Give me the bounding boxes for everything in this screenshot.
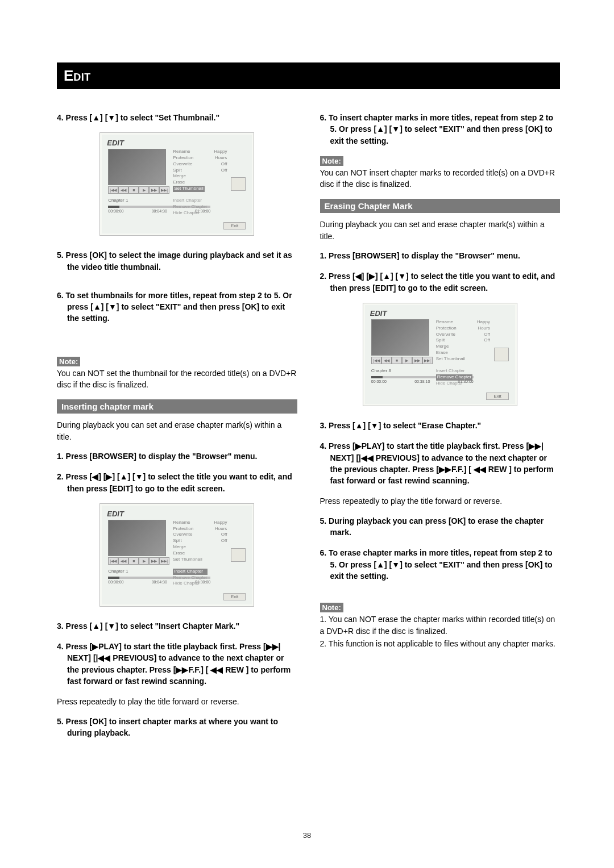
- menu-val-title: Happy Hours: [477, 319, 490, 332]
- note-text: You can NOT set the thumbnail for the re…: [57, 368, 297, 391]
- menu-insert-chapter: Insert Chapter: [173, 198, 207, 204]
- menu-overwrite: Overwrite: [436, 332, 465, 338]
- title-small: DIT: [73, 72, 91, 83]
- right-e4-after: Press repeatedly to play the title forwa…: [320, 495, 561, 507]
- left-step-5: 5. Press [OK] to select the image during…: [57, 249, 297, 273]
- stop-icon: ■: [128, 557, 139, 565]
- page-title-bar: EDIT: [57, 62, 560, 89]
- menu-val-protection: Off: [214, 161, 227, 168]
- menu-remove-chapter: Remove Chapter: [173, 575, 207, 581]
- transport-buttons: |◀◀ ◀◀ ■ ▶ ▶▶ ▶▶|: [108, 557, 169, 565]
- right-e3: 3. Press [▲] [▼] to select "Erase Chapte…: [320, 420, 561, 431]
- menu-values: Happy Hours Off Off: [214, 520, 227, 544]
- prev-icon: |◀◀: [108, 186, 118, 194]
- menu-set-thumbnail: Set Thumbnail: [436, 356, 465, 362]
- left-step-4: 4. Press [▲] [▼] to select "Set Thumbnai…: [57, 112, 297, 123]
- play-icon: ▶: [139, 186, 149, 194]
- menu-merge: Merge: [173, 173, 204, 180]
- right-e2: 2. Press [◀] [▶] [▲] [▼] to select the t…: [320, 270, 561, 294]
- prev-icon: |◀◀: [371, 357, 381, 364]
- right-e5: 5. During playback you can press [OK] to…: [320, 515, 561, 539]
- stop-icon: ■: [128, 186, 139, 194]
- note-text-a: 1. You can NOT erase the chapter marks w…: [320, 614, 561, 637]
- thumb-icon: [231, 548, 246, 562]
- time-cur: 00:04:30: [152, 209, 167, 213]
- play-icon: ▶: [402, 357, 412, 364]
- section-erasing-chapter: Erasing Chapter Mark: [320, 199, 561, 213]
- shot-bottom-menu: Insert Chapter Remove Chapter Hide Chapt…: [436, 368, 472, 386]
- menu-merge: Merge: [436, 344, 465, 350]
- menu-val-overwrite: Off: [214, 168, 227, 174]
- menu-protection: Protection: [173, 155, 204, 161]
- menu-split: Split: [173, 538, 202, 544]
- time-cur: 00:04:30: [152, 580, 167, 584]
- shot-menu: Rename Protection Overwrite Split Merge …: [173, 149, 204, 192]
- menu-erase: Erase: [173, 180, 204, 186]
- menu-set-thumbnail: Set Thumbnail: [173, 186, 204, 192]
- note-label: Note:: [57, 357, 80, 366]
- menu-protection: Protection: [436, 326, 465, 332]
- rew-icon: ◀◀: [118, 557, 128, 565]
- shot-menu: Rename Protection Overwrite Split Merge …: [436, 319, 465, 362]
- left-i1: 1. Press [BROWSER] to display the "Brows…: [57, 450, 297, 462]
- time-start: 00:00:00: [108, 580, 123, 584]
- next-icon: ▶▶|: [159, 557, 169, 565]
- edit-screenshot-insert-chapter: EDIT |◀◀ ◀◀ ■ ▶ ▶▶ ▶▶| Rename Protection…: [99, 503, 254, 607]
- left-intro: During playback you can set and erase ch…: [57, 419, 297, 443]
- menu-overwrite: Overwrite: [173, 161, 204, 168]
- left-i3: 3. Press [▲] [▼] to select "Insert Chapt…: [57, 620, 297, 632]
- left-i2: 2. Press [◀] [▶] [▲] [▼] to select the t…: [57, 471, 297, 494]
- menu-val-protection: Off: [214, 532, 227, 538]
- content-columns: 4. Press [▲] [▼] to select "Set Thumbnai…: [57, 112, 560, 748]
- stop-icon: ■: [392, 357, 402, 364]
- menu-merge: Merge: [173, 544, 202, 550]
- menu-hide-chapter: Hide Chapter: [436, 381, 472, 387]
- menu-val-overwrite: Off: [214, 538, 227, 544]
- menu-insert-chapter: Insert Chapter: [436, 368, 472, 374]
- note-label: Note:: [320, 603, 343, 612]
- shot-bottom-menu: Insert Chapter Remove Chapter Hide Chapt…: [173, 569, 207, 587]
- left-column: 4. Press [▲] [▼] to select "Set Thumbnai…: [57, 112, 297, 748]
- menu-overwrite: Overwrite: [173, 532, 202, 538]
- shot-preview: [108, 149, 166, 185]
- left-i4: 4. Press [▶PLAY] to start the title play…: [57, 641, 297, 687]
- exit-button-label: Exit: [223, 593, 246, 600]
- play-icon: ▶: [139, 557, 149, 565]
- shot-title: EDIT: [370, 309, 387, 318]
- note-label: Note:: [320, 156, 343, 166]
- shot-preview: [108, 520, 166, 556]
- left-i5: 5. Press [OK] to insert chapter marks at…: [57, 716, 297, 739]
- rew-icon: ◀◀: [118, 186, 128, 194]
- prev-icon: |◀◀: [108, 557, 118, 565]
- thumb-icon: [494, 348, 509, 361]
- shot-menu: Rename Protection Overwrite Split Merge …: [173, 520, 202, 563]
- menu-hide-chapter: Hide Chapter: [173, 581, 207, 587]
- note-text: You can NOT insert chapter marks to reco…: [320, 167, 561, 190]
- rew-icon: ◀◀: [381, 357, 392, 364]
- menu-rename: Rename: [436, 319, 465, 326]
- right-e1: 1. Press [BROWSER] to display the "Brows…: [320, 250, 561, 261]
- transport-buttons: |◀◀ ◀◀ ■ ▶ ▶▶ ▶▶|: [108, 186, 169, 194]
- shot-preview: [371, 319, 429, 356]
- exit-button-label: Exit: [223, 222, 246, 229]
- menu-split: Split: [173, 168, 204, 174]
- next-icon: ▶▶|: [159, 186, 169, 194]
- menu-values: Happy Hours Off Off: [477, 319, 490, 344]
- edit-screenshot-remove-chapter: EDIT |◀◀ ◀◀ ■ ▶ ▶▶ ▶▶| Rename Protection…: [363, 303, 517, 406]
- menu-erase: Erase: [173, 550, 202, 557]
- shot-title: EDIT: [107, 510, 124, 518]
- menu-rename: Rename: [173, 520, 202, 526]
- menu-remove-chapter: Remove Chapter: [436, 374, 472, 381]
- menu-val-overwrite: Off: [477, 337, 490, 344]
- edit-screenshot-set-thumbnail: EDIT |◀◀ ◀◀ ■ ▶ ▶▶ ▶▶| Rename Protection…: [99, 132, 254, 236]
- section-inserting-chapter: Inserting chapter mark: [57, 399, 297, 414]
- time-start: 00:00:00: [108, 209, 123, 213]
- thumb-icon: [231, 177, 246, 191]
- menu-remove-chapter: Remove Chapter: [173, 204, 207, 210]
- menu-rename: Rename: [173, 149, 204, 155]
- menu-values: Happy Hours Off Off: [214, 149, 227, 173]
- menu-split: Split: [436, 337, 465, 344]
- menu-val-title: Happy Hours: [214, 149, 227, 161]
- time-start: 00:00:00: [371, 379, 387, 383]
- menu-set-thumbnail: Set Thumbnail: [173, 557, 202, 563]
